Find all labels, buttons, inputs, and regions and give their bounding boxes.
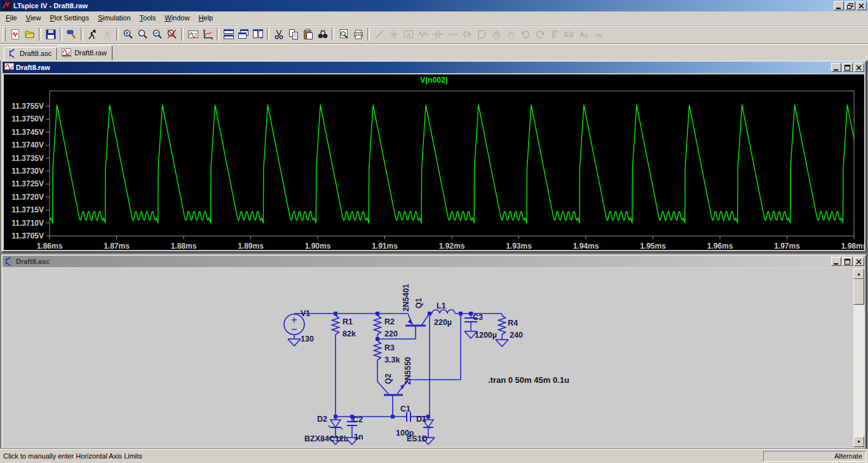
x-tick-label: 1.91ms <box>372 242 398 250</box>
waveform-trace[interactable] <box>4 105 864 223</box>
schematic-maximize-button[interactable] <box>843 257 853 266</box>
find-button[interactable] <box>315 27 330 41</box>
x-tick-label: 1.87ms <box>104 242 130 250</box>
schematic-window-titlebar[interactable]: Draft8.asc <box>3 256 865 267</box>
menu-plot-settings[interactable]: Plot Settings <box>45 13 93 24</box>
menu-simulation[interactable]: Simulation <box>93 13 135 24</box>
waveform-close-button[interactable] <box>854 63 864 72</box>
net-label-button: A <box>401 27 416 41</box>
toolbar-separator <box>367 28 370 41</box>
copy-button[interactable] <box>286 27 301 41</box>
wire-junction <box>334 415 337 418</box>
svg-text:Ǝ: Ǝ <box>569 31 574 38</box>
menu-help[interactable]: Help <box>194 13 217 24</box>
schematic-minimize-button[interactable] <box>831 257 841 266</box>
plot-settings-button[interactable] <box>200 27 215 41</box>
window-restore-button[interactable] <box>845 1 855 10</box>
cut-button[interactable] <box>271 27 286 41</box>
component-R3-value[interactable]: 3.3k <box>384 356 400 364</box>
spice-directive-text[interactable]: .tran 0 50m 45m 0.1u <box>488 375 569 385</box>
y-tick-label: 11.3755V <box>11 102 44 111</box>
zoom-box-button[interactable] <box>135 27 150 41</box>
control-panel-button[interactable] <box>64 27 79 41</box>
svg-text:A: A <box>580 31 585 38</box>
text-button: Aa <box>576 27 591 41</box>
waveform-minimize-button[interactable] <box>831 63 841 72</box>
waveform-doc-icon <box>4 62 14 73</box>
print-preview-button[interactable] <box>336 27 351 41</box>
x-tick-label: 1.93ms <box>506 242 532 250</box>
toolbar-separator <box>332 28 334 41</box>
component-Q2-label[interactable]: Q2 <box>384 373 393 384</box>
tab-draft8-raw[interactable]: Draft8.raw <box>57 45 112 60</box>
waveform-window-titlebar[interactable]: Draft8.raw <box>3 62 865 73</box>
component-R4-label[interactable]: R4 <box>508 319 518 328</box>
schematic-pane[interactable]: V1130R182kR2220R33.3kQ12N5401Q22N5550L12… <box>4 268 864 447</box>
component-R2-label[interactable]: R2 <box>384 317 395 326</box>
menu-tools[interactable]: Tools <box>135 13 161 24</box>
component-D1-value[interactable]: ES1D <box>407 434 428 443</box>
scroll-thumb[interactable] <box>853 279 864 305</box>
waveform-icon <box>61 48 72 58</box>
component-C2-value[interactable]: 1n <box>354 432 363 441</box>
component-D2-value[interactable]: BZX84C12L <box>304 434 349 443</box>
zoom-out-button[interactable] <box>150 27 165 41</box>
component-L1-label[interactable]: L1 <box>437 301 446 310</box>
waveform-pane[interactable]: V(n002) 11.3755V11.3750V11.3745V11.3740V… <box>4 74 864 250</box>
autorange-waveform-button[interactable] <box>186 27 200 41</box>
x-tick-label: 1.97ms <box>774 242 800 250</box>
new-schematic-button[interactable] <box>8 27 22 41</box>
menu-window[interactable]: Window <box>160 13 194 24</box>
save-button[interactable] <box>43 27 58 41</box>
schematic-vscrollbar[interactable]: ▲ ▼ <box>853 268 864 447</box>
component-C3-value[interactable]: 1200µ <box>475 331 497 340</box>
paste-button[interactable] <box>301 27 315 41</box>
titlebar[interactable]: LTspice IV - Draft8.raw <box>0 0 868 11</box>
component-Q1-value[interactable]: 2N5401 <box>402 284 410 312</box>
component-Q2-value[interactable]: 2N5550 <box>403 357 412 385</box>
wire-junction <box>376 312 379 315</box>
component-D1-label[interactable]: D1 <box>416 415 426 424</box>
component-R1-value[interactable]: 82k <box>342 329 356 338</box>
component-R2-value[interactable]: 220 <box>384 329 398 338</box>
cascade-windows-button[interactable] <box>236 27 250 41</box>
waveform-plot[interactable]: 11.3755V11.3750V11.3745V11.3740V11.3735V… <box>4 86 864 250</box>
tile-vertical-button[interactable] <box>250 27 265 41</box>
zoom-in-button[interactable] <box>121 27 135 41</box>
status-message: Click to manually enter Horizontal Axis … <box>3 452 763 460</box>
waveform-maximize-button[interactable] <box>843 63 853 72</box>
scroll-up-button[interactable]: ▲ <box>853 268 864 279</box>
spice-directive-button: .op <box>591 27 606 41</box>
zoom-full-extents-button[interactable] <box>165 27 179 41</box>
svg-text:E: E <box>564 31 569 38</box>
component-V1-value[interactable]: 130 <box>301 335 314 343</box>
open-button[interactable] <box>22 27 37 41</box>
run-button[interactable] <box>85 27 100 41</box>
window-close-button[interactable] <box>857 1 867 10</box>
rotate-button: E <box>547 27 562 41</box>
tab-draft8-asc[interactable]: Draft8.asc <box>4 47 57 60</box>
component-R1-label[interactable]: R1 <box>342 317 353 326</box>
undo-button <box>518 27 532 41</box>
toolbar: AEEƎAa.op <box>0 25 868 43</box>
component-V1-label[interactable]: V1 <box>301 309 310 318</box>
component-Q1-label[interactable]: Q1 <box>414 298 423 308</box>
component-C1-label[interactable]: C1 <box>400 404 410 413</box>
component-R3-label[interactable]: R3 <box>384 343 395 352</box>
tile-horizontal-button[interactable] <box>221 27 236 41</box>
schematic-close-button[interactable] <box>854 257 864 266</box>
component-L1-value[interactable]: 220µ <box>434 318 452 327</box>
print-button[interactable] <box>351 27 365 41</box>
component-D2-label[interactable]: D2 <box>317 415 327 424</box>
window-minimize-button[interactable] <box>834 1 844 10</box>
menu-view[interactable]: View <box>22 13 46 24</box>
component-C2-label[interactable]: C2 <box>353 415 363 424</box>
window-title: LTspice IV - Draft8.raw <box>13 2 834 10</box>
trace-label[interactable]: V(n002) <box>420 76 447 85</box>
wire-junction <box>376 337 379 341</box>
scroll-down-button[interactable]: ▼ <box>853 436 864 447</box>
component-R4-value[interactable]: 240 <box>510 331 523 340</box>
schematic-canvas[interactable]: V1130R182kR2220R33.3kQ12N5401Q22N5550L12… <box>4 268 856 447</box>
component-C3-label[interactable]: C3 <box>473 313 483 322</box>
menu-file[interactable]: File <box>1 13 22 24</box>
